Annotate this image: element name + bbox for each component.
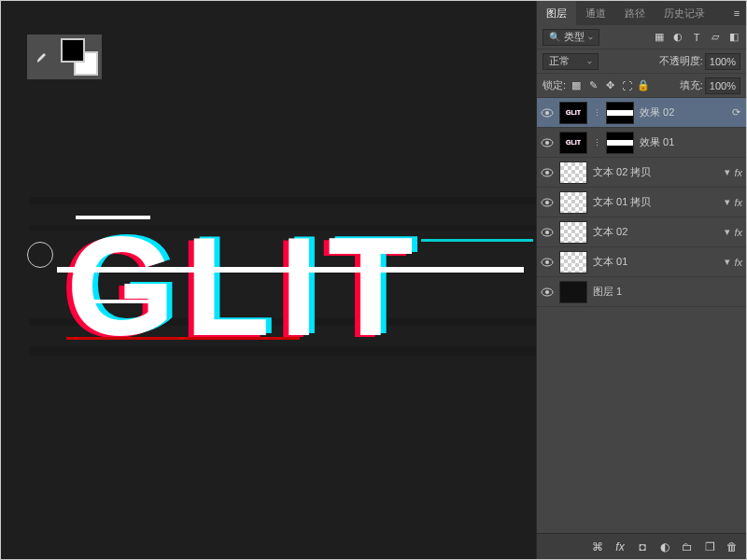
adjustment-icon[interactable]: ◐	[658, 540, 671, 553]
layer-row[interactable]: ⋮效果 01	[537, 128, 746, 158]
svg-point-13	[545, 290, 549, 294]
layer-row[interactable]: 文本 01▾fx	[537, 247, 746, 277]
layers-footer: ⌘ fx ◘ ◐ 🗀 ❐ 🗑	[537, 533, 746, 559]
layer-name[interactable]: 文本 02 拷贝	[593, 165, 719, 179]
layer-row[interactable]: 文本 02▾fx	[537, 217, 746, 247]
svg-point-3	[545, 141, 549, 145]
layer-name[interactable]: 效果 02	[640, 105, 724, 119]
svg-point-11	[545, 260, 549, 264]
opacity-label: 不透明度:	[659, 54, 703, 68]
layer-row[interactable]: ⋮效果 02⟳	[537, 98, 746, 128]
layers-list: ⋮效果 02⟳⋮效果 01文本 02 拷贝▾fx文本 01 拷贝▾fx文本 02…	[537, 98, 746, 533]
filter-pixel-icon[interactable]: ▦	[653, 31, 666, 44]
filter-label: 类型	[564, 30, 585, 44]
layer-name[interactable]: 文本 01	[593, 255, 719, 269]
layer-fx-indicator[interactable]: ▾fx	[725, 196, 742, 208]
tab-channels[interactable]: 通道	[576, 1, 615, 25]
blend-row: 正常 ⌵ 不透明度: 100%	[537, 49, 746, 74]
panel-menu-icon[interactable]: ≡	[727, 1, 746, 25]
new-layer-icon[interactable]: ❐	[703, 540, 716, 553]
layer-thumbnail[interactable]	[559, 191, 587, 214]
artwork-glitch-text: GLIT GLIT GLIT	[29, 206, 536, 346]
filter-row: 🔍 类型 ⌵ ▦ ◐ T ▱ ◧	[537, 25, 746, 49]
fill-label: 填充:	[680, 78, 703, 92]
layer-row[interactable]: 文本 01 拷贝▾fx	[537, 188, 746, 217]
fill-input[interactable]: 100%	[705, 77, 740, 94]
layer-name[interactable]: 文本 02	[593, 225, 719, 239]
mask-link-icon[interactable]: ⋮	[593, 108, 600, 118]
layer-thumbnail[interactable]	[559, 132, 587, 154]
visibility-toggle[interactable]	[541, 166, 554, 179]
lock-pixels-icon[interactable]: ▩	[570, 79, 583, 92]
layer-thumbnail[interactable]	[559, 102, 587, 124]
filter-adjust-icon[interactable]: ◐	[671, 31, 684, 44]
fx-icon[interactable]: fx	[613, 540, 627, 553]
visibility-toggle[interactable]	[541, 106, 554, 119]
layer-fx-indicator[interactable]: ▾fx	[725, 256, 742, 268]
filter-smart-icon[interactable]: ◧	[727, 31, 740, 44]
layer-name[interactable]: 效果 01	[640, 135, 742, 149]
layer-thumbnail[interactable]	[559, 161, 587, 184]
svg-point-9	[545, 231, 549, 234]
lock-label: 锁定:	[543, 78, 566, 92]
layer-mask-thumbnail[interactable]	[606, 132, 634, 154]
tool-preset-widget	[27, 35, 102, 79]
filter-type-icon[interactable]: T	[690, 31, 703, 44]
visibility-toggle[interactable]	[541, 256, 554, 269]
layer-thumbnail[interactable]	[559, 251, 587, 273]
brush-tool-icon[interactable]	[31, 45, 55, 69]
trash-icon[interactable]: 🗑	[726, 540, 739, 553]
layer-name[interactable]: 图层 1	[593, 285, 742, 299]
link-layers-icon[interactable]: ⌘	[591, 540, 604, 553]
foreground-color-swatch[interactable]	[61, 38, 85, 63]
lock-all-icon[interactable]: 🔒	[637, 79, 650, 92]
lock-row: 锁定: ▩ ✎ ✥ ⛶ 🔒 填充: 100%	[537, 74, 746, 98]
glitch-layer-white: GLIT	[66, 206, 423, 368]
layer-mask-thumbnail[interactable]	[606, 102, 634, 124]
color-swatches[interactable]	[61, 38, 98, 76]
tab-history[interactable]: 历史记录	[655, 1, 714, 25]
opacity-input[interactable]: 100%	[705, 53, 740, 70]
lock-artboard-icon[interactable]: ⛶	[620, 79, 633, 92]
layers-panel: 图层 通道 路径 历史记录 ≡ 🔍 类型 ⌵ ▦ ◐ T ▱ ◧ 正常 ⌵	[536, 1, 746, 559]
lock-position-icon[interactable]: ✥	[603, 79, 616, 92]
blend-mode-value: 正常	[549, 54, 570, 68]
layer-fx-indicator[interactable]: ▾fx	[725, 226, 742, 238]
visibility-toggle[interactable]	[541, 226, 554, 239]
layer-thumbnail[interactable]	[559, 221, 587, 244]
visibility-toggle[interactable]	[541, 136, 554, 149]
visibility-toggle[interactable]	[541, 196, 554, 209]
layer-name[interactable]: 文本 01 拷贝	[593, 195, 719, 209]
group-icon[interactable]: 🗀	[681, 540, 694, 553]
mask-icon[interactable]: ◘	[636, 540, 649, 553]
filter-shape-icon[interactable]: ▱	[709, 31, 722, 44]
lock-brush-icon[interactable]: ✎	[586, 79, 599, 92]
layer-row[interactable]: 图层 1	[537, 277, 746, 307]
mask-link-icon[interactable]: ⋮	[593, 138, 600, 147]
blend-mode-select[interactable]: 正常 ⌵	[543, 53, 599, 70]
visibility-toggle[interactable]	[541, 286, 554, 299]
filter-type-select[interactable]: 🔍 类型 ⌵	[543, 29, 599, 46]
panel-tabs: 图层 通道 路径 历史记录 ≡	[537, 1, 746, 25]
svg-point-1	[545, 111, 549, 115]
svg-point-7	[545, 201, 549, 204]
canvas-area[interactable]: GLIT GLIT GLIT	[1, 1, 536, 559]
svg-point-5	[545, 171, 549, 175]
layer-fx-indicator[interactable]: ▾fx	[725, 166, 742, 178]
layer-row[interactable]: 文本 02 拷贝▾fx	[537, 158, 746, 188]
tab-paths[interactable]: 路径	[615, 1, 655, 25]
tab-layers[interactable]: 图层	[537, 1, 576, 25]
layer-thumbnail[interactable]	[559, 281, 587, 303]
reveal-icon[interactable]: ⟳	[729, 106, 742, 119]
